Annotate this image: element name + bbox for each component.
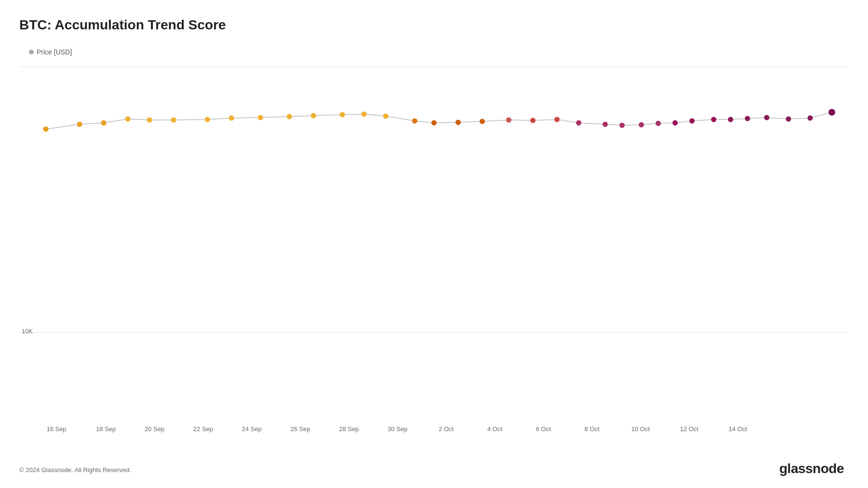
svg-point-5 xyxy=(147,118,152,123)
x-label-8oct: 8 Oct xyxy=(584,425,599,433)
svg-point-31 xyxy=(745,116,750,121)
svg-point-29 xyxy=(711,117,717,122)
svg-point-6 xyxy=(171,118,176,123)
x-label-22sep: 22 Sep xyxy=(193,425,213,433)
svg-point-24 xyxy=(620,123,625,128)
x-label-12oct: 12 Oct xyxy=(680,425,698,433)
svg-point-10 xyxy=(287,114,292,119)
svg-point-30 xyxy=(728,117,733,122)
x-label-4oct: 4 Oct xyxy=(487,425,502,433)
x-label-30sep: 30 Sep xyxy=(388,425,407,433)
svg-point-19 xyxy=(506,118,512,123)
svg-point-16 xyxy=(432,120,437,126)
svg-point-7 xyxy=(205,117,210,122)
svg-point-35 xyxy=(828,109,835,116)
brand-logo: glassnode xyxy=(779,461,844,476)
x-label-2oct: 2 Oct xyxy=(439,425,454,433)
svg-point-3 xyxy=(101,120,107,126)
svg-point-22 xyxy=(576,120,582,126)
svg-point-15 xyxy=(412,119,418,124)
x-label-10oct: 10 Oct xyxy=(631,425,650,433)
footer-text: © 2024 Glassnode. All Rights Reserved. xyxy=(19,466,131,474)
svg-point-34 xyxy=(808,116,813,121)
svg-point-25 xyxy=(639,122,644,128)
svg-point-2 xyxy=(77,122,82,127)
svg-point-32 xyxy=(764,115,770,120)
svg-point-28 xyxy=(690,119,695,124)
svg-point-4 xyxy=(125,117,131,122)
svg-point-14 xyxy=(383,114,389,119)
svg-point-20 xyxy=(530,118,536,123)
svg-point-9 xyxy=(258,115,263,120)
x-label-20sep: 20 Sep xyxy=(145,425,164,433)
svg-point-18 xyxy=(480,119,485,124)
x-label-14oct: 14 Oct xyxy=(729,425,747,433)
svg-point-26 xyxy=(656,121,661,126)
svg-point-27 xyxy=(673,120,678,126)
svg-point-17 xyxy=(456,120,461,125)
chart-svg xyxy=(0,0,868,488)
x-label-26sep: 26 Sep xyxy=(290,425,310,433)
svg-point-13 xyxy=(362,112,367,117)
y-axis-label: 10K xyxy=(22,328,33,335)
x-label-16sep: 16 Sep xyxy=(46,425,66,433)
x-label-18sep: 18 Sep xyxy=(96,425,116,433)
x-label-24sep: 24 Sep xyxy=(242,425,261,433)
svg-point-11 xyxy=(311,113,316,119)
svg-point-12 xyxy=(340,112,345,118)
svg-point-23 xyxy=(603,122,608,127)
svg-point-1 xyxy=(43,127,49,132)
svg-point-21 xyxy=(555,117,560,122)
x-label-28sep: 28 Sep xyxy=(339,425,359,433)
svg-point-8 xyxy=(229,116,234,121)
x-label-6oct: 6 Oct xyxy=(536,425,551,433)
svg-point-33 xyxy=(786,117,791,122)
